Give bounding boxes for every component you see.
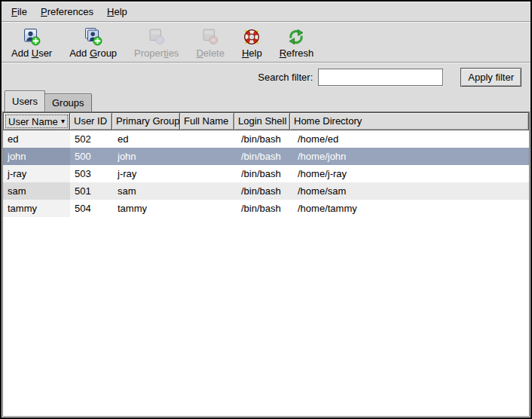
cell-user-id: 502 <box>70 130 113 148</box>
column-header-full-name[interactable]: Full Name <box>179 112 234 130</box>
cell-home-directory: /home/tammy <box>293 200 529 217</box>
search-filter-input[interactable] <box>318 69 443 86</box>
refresh-icon <box>287 28 305 46</box>
column-header-login-shell[interactable]: Login Shell <box>234 112 290 130</box>
cell-primary-group: sam <box>113 182 182 200</box>
delete-label: Delete <box>196 47 225 59</box>
menubar: File Preferences Help <box>2 2 530 21</box>
sort-arrow-icon: ▾ <box>61 118 65 125</box>
add-user-icon <box>23 28 41 46</box>
help-button[interactable]: Help <box>237 27 268 60</box>
cell-full-name <box>182 130 237 148</box>
cell-primary-group: john <box>113 148 182 165</box>
refresh-button[interactable]: Refresh <box>274 27 320 60</box>
cell-full-name <box>182 200 237 217</box>
column-header-user-name[interactable]: User Name ▾ <box>3 112 70 130</box>
cell-login-shell: /bin/bash <box>237 130 293 148</box>
properties-label: Properties <box>134 47 179 59</box>
user-manager-window: File Preferences Help Add User <box>0 0 532 419</box>
column-header-label: User Name <box>8 114 58 130</box>
cell-login-shell: /bin/bash <box>237 165 293 182</box>
cell-user-name: sam <box>3 182 70 200</box>
cell-user-id: 503 <box>70 165 113 182</box>
tab-groups[interactable]: Groups <box>44 93 92 112</box>
refresh-label: Refresh <box>280 47 314 59</box>
add-group-icon <box>84 28 102 46</box>
toolbar: Add User Add Group Properties <box>2 23 530 62</box>
cell-user-name: j-ray <box>3 165 70 182</box>
cell-login-shell: /bin/bash <box>237 148 293 165</box>
add-group-button[interactable]: Add Group <box>64 27 122 60</box>
cell-full-name <box>182 165 237 182</box>
menu-item-preferences[interactable]: Preferences <box>34 4 100 20</box>
cell-user-name: tammy <box>3 200 70 217</box>
menu-item-help[interactable]: Help <box>100 4 134 20</box>
users-table: User Name ▾ User ID Primary Group Full N… <box>2 112 530 417</box>
cell-home-directory: /home/john <box>293 148 529 165</box>
cell-full-name <box>182 182 237 200</box>
delete-icon <box>201 28 219 46</box>
cell-home-directory: /home/j-ray <box>293 165 529 182</box>
apply-filter-button[interactable]: Apply filter <box>460 68 521 87</box>
table-row[interactable]: tammy 504 tammy /bin/bash /home/tammy <box>3 200 529 217</box>
cell-login-shell: /bin/bash <box>237 200 293 217</box>
cell-primary-group: tammy <box>113 200 182 217</box>
search-filter-label: Search filter: <box>258 72 313 83</box>
menu-item-file[interactable]: File <box>5 4 34 20</box>
add-user-button[interactable]: Add User <box>6 27 57 60</box>
column-header-home-directory[interactable]: Home Directory <box>289 112 529 130</box>
table-body: ed 502 ed /bin/bash /home/ed john 500 jo… <box>3 130 529 416</box>
column-header-primary-group[interactable]: Primary Group <box>112 112 180 130</box>
properties-button: Properties <box>129 27 184 60</box>
help-lifebuoy-icon <box>243 28 261 46</box>
help-label: Help <box>242 47 262 59</box>
add-user-label: Add User <box>11 47 52 59</box>
cell-full-name <box>182 148 237 165</box>
table-row[interactable]: j-ray 503 j-ray /bin/bash /home/j-ray <box>3 165 529 182</box>
table-row[interactable]: ed 502 ed /bin/bash /home/ed <box>3 130 529 148</box>
cell-user-id: 501 <box>70 182 113 200</box>
notebook-tabs: Users Groups <box>2 90 530 112</box>
cell-primary-group: ed <box>113 130 182 148</box>
cell-login-shell: /bin/bash <box>237 182 293 200</box>
properties-icon <box>148 28 166 46</box>
cell-user-name: ed <box>3 130 70 148</box>
cell-home-directory: /home/sam <box>293 182 529 200</box>
add-group-label: Add Group <box>69 47 117 59</box>
table-row[interactable]: sam 501 sam /bin/bash /home/sam <box>3 182 529 200</box>
table-header-row: User Name ▾ User ID Primary Group Full N… <box>3 112 529 130</box>
delete-button: Delete <box>191 27 230 60</box>
column-header-user-id[interactable]: User ID <box>69 112 112 130</box>
cell-user-id: 500 <box>70 148 113 165</box>
tab-users[interactable]: Users <box>5 90 45 112</box>
table-row[interactable]: john 500 john /bin/bash /home/john <box>3 148 529 165</box>
cell-home-directory: /home/ed <box>293 130 529 148</box>
cell-user-name: john <box>3 148 70 165</box>
filter-row: Search filter: Apply filter <box>2 63 530 90</box>
cell-user-id: 504 <box>70 200 113 217</box>
cell-primary-group: j-ray <box>113 165 182 182</box>
